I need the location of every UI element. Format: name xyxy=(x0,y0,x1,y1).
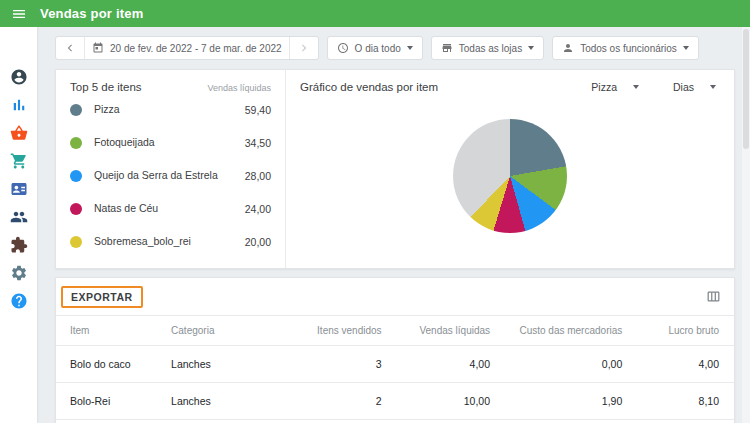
legend-dot xyxy=(70,104,82,116)
account-icon xyxy=(10,68,28,86)
table-cell: 8,10 xyxy=(632,383,734,420)
caret-down-icon xyxy=(683,46,689,50)
chevron-left-icon xyxy=(63,41,77,55)
page-title: Vendas por item xyxy=(40,6,143,21)
filter-label: Todas as lojas xyxy=(459,43,522,54)
scrollbar[interactable] xyxy=(742,27,750,423)
caret-down-icon xyxy=(710,85,716,89)
export-button[interactable]: EXPORTAR xyxy=(71,291,133,303)
topbar: Vendas por item xyxy=(0,0,750,27)
legend-dot xyxy=(70,236,82,248)
clock-icon xyxy=(337,42,349,54)
toolbar: 20 de fev. de 2022 - 7 de mar. de 2022 O… xyxy=(55,36,735,60)
table-header-cell: Custo das mercadorias xyxy=(500,316,632,346)
table-cell: Bolo-Rei xyxy=(56,383,161,420)
sidebar-item-reports[interactable] xyxy=(0,91,37,119)
sidebar-item-apps[interactable] xyxy=(0,231,37,259)
table-card: EXPORTAR ItemCategoriaItens vendidosVend… xyxy=(55,277,735,423)
calendar-icon xyxy=(92,42,104,54)
item-net-sales: 34,50 xyxy=(245,137,271,149)
sidebar-item-help[interactable] xyxy=(0,287,37,315)
table-header-cell: Lucro bruto xyxy=(632,316,734,346)
table-cell: 10,00 xyxy=(392,383,500,420)
table-header-row: ItemCategoriaItens vendidosVendas líquid… xyxy=(56,316,734,346)
chart-period-select[interactable]: Dias xyxy=(673,81,720,93)
menu-icon xyxy=(11,6,27,22)
table-cell: 3 xyxy=(283,346,391,383)
top5-title: Top 5 de itens xyxy=(70,81,142,93)
inventory-icon xyxy=(10,152,28,170)
main-content: 20 de fev. de 2022 - 7 de mar. de 2022 O… xyxy=(37,27,750,423)
menu-button[interactable] xyxy=(0,0,37,27)
top5-item: Sobremesa_bolo_rei20,00 xyxy=(70,225,271,258)
table-cell: 2,50 xyxy=(392,420,500,423)
table-cell: 0,00 xyxy=(500,346,632,383)
item-net-sales: 59,40 xyxy=(245,104,271,116)
table-row[interactable]: Bolo do cacoLanches34,000,004,00 xyxy=(56,346,734,383)
legend-dot xyxy=(70,170,82,182)
sidebar-item-account[interactable] xyxy=(0,63,37,91)
table-header-cell: Categoria xyxy=(161,316,283,346)
filter-label: Todos os funcionários xyxy=(580,43,677,54)
table-row[interactable]: CaféSem categoria12,502,250,25 xyxy=(56,420,734,423)
item-name: Pizza xyxy=(94,104,245,116)
filter-buttons: O dia todoTodas as lojasTodos os funcion… xyxy=(327,36,699,60)
item-name: Natas de Céu xyxy=(94,203,245,215)
items-table: ItemCategoriaItens vendidosVendas líquid… xyxy=(56,315,734,423)
sidebar-item-inventory[interactable] xyxy=(0,147,37,175)
annotation-highlight: EXPORTAR xyxy=(61,286,143,308)
caret-down-icon xyxy=(633,85,639,89)
top5-item: Natas de Céu24,00 xyxy=(70,192,271,225)
person-icon xyxy=(562,42,574,54)
table-cell: 2,25 xyxy=(500,420,632,423)
table-cell: Sem categoria xyxy=(161,420,283,423)
item-name: Queijo da Serra da Estrela xyxy=(94,170,245,182)
legend-dot xyxy=(70,137,82,149)
top5-panel: Top 5 de itens Vendas líquidas Pizza59,4… xyxy=(56,70,286,268)
item-name: Fotoqueijada xyxy=(94,137,245,149)
chart-header: Gráfico de vendas por item Pizza Dias xyxy=(300,81,720,93)
sidebar-item-employees[interactable] xyxy=(0,175,37,203)
filter-button-stores[interactable]: Todas as lojas xyxy=(431,36,544,60)
chart-panel: Gráfico de vendas por item Pizza Dias xyxy=(286,70,734,268)
chart-item-select[interactable]: Pizza xyxy=(591,81,643,93)
pie-chart xyxy=(453,119,567,233)
table-cell: Lanches xyxy=(161,346,283,383)
table-cell: 2 xyxy=(283,383,391,420)
table-cell: 0,25 xyxy=(632,420,734,423)
table-cell: 1 xyxy=(283,420,391,423)
columns-icon xyxy=(706,289,721,304)
sidebar xyxy=(0,27,37,423)
table-cell: Bolo do caco xyxy=(56,346,161,383)
top5-list: Pizza59,40Fotoqueijada34,50Queijo da Ser… xyxy=(70,93,271,258)
columns-button[interactable] xyxy=(706,289,721,304)
filter-label: O dia todo xyxy=(355,43,401,54)
sidebar-item-settings[interactable] xyxy=(0,259,37,287)
prev-date-button[interactable] xyxy=(56,37,84,59)
store-icon xyxy=(441,42,453,54)
top5-item: Fotoqueijada34,50 xyxy=(70,126,271,159)
item-net-sales: 20,00 xyxy=(245,236,271,248)
apps-icon xyxy=(10,236,28,254)
summary-card: Top 5 de itens Vendas líquidas Pizza59,4… xyxy=(55,69,735,269)
table-body: Bolo do cacoLanches34,000,004,00Bolo-Rei… xyxy=(56,346,734,423)
date-range-button[interactable]: 20 de fev. de 2022 - 7 de mar. de 2022 xyxy=(84,37,289,59)
table-cell: Lanches xyxy=(161,383,283,420)
next-date-button[interactable] xyxy=(289,37,318,59)
reports-icon xyxy=(10,96,28,114)
filter-button-employees[interactable]: Todos os funcionários xyxy=(552,36,699,60)
help-icon xyxy=(10,292,28,310)
date-range-control: 20 de fev. de 2022 - 7 de mar. de 2022 xyxy=(55,36,319,60)
table-header-cell: Item xyxy=(56,316,161,346)
table-row[interactable]: Bolo-ReiLanches210,001,908,10 xyxy=(56,383,734,420)
chart-item-select-value: Pizza xyxy=(591,81,617,93)
item-net-sales: 28,00 xyxy=(245,170,271,182)
caret-down-icon xyxy=(528,46,534,50)
sidebar-item-customers[interactable] xyxy=(0,203,37,231)
sidebar-item-items[interactable] xyxy=(0,119,37,147)
filter-button-time[interactable]: O dia todo xyxy=(327,36,423,60)
table-header-cell: Vendas líquidas xyxy=(392,316,500,346)
scrollbar-thumb[interactable] xyxy=(743,29,749,149)
top5-item: Pizza59,40 xyxy=(70,93,271,126)
date-range-label: 20 de fev. de 2022 - 7 de mar. de 2022 xyxy=(110,43,282,54)
